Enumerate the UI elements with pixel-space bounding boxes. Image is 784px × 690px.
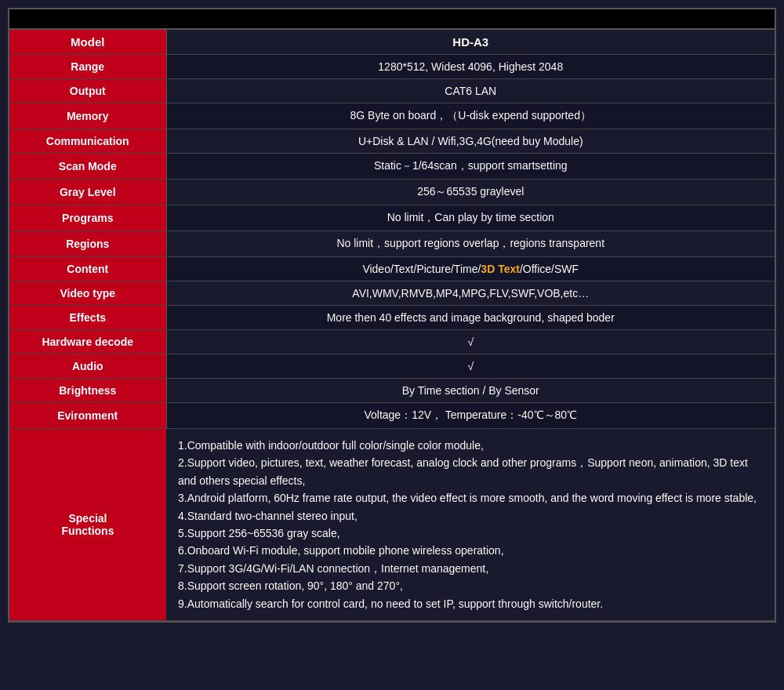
param-value: 1280*512, Widest 4096, Highest 2048 <box>166 55 775 79</box>
param-value: U+Disk & LAN / Wifi,3G,4G(need buy Modul… <box>166 129 775 154</box>
param-label: Brightness <box>9 379 166 403</box>
table-row: Audio√ <box>9 354 775 379</box>
table-row: EffectsMore then 40 effects and image ba… <box>9 306 775 330</box>
table-row: BrightnessBy Time section / By Sensor <box>9 379 775 403</box>
param-value: 8G Byte on board，（U-disk expend supporte… <box>166 104 775 129</box>
table-row: Scan ModeStatic－1/64scan，support smartse… <box>9 154 775 180</box>
param-value: √ <box>166 330 775 354</box>
special-functions-label: Special Functions <box>9 429 166 621</box>
table-row: Video typeAVI,WMV,RMVB,MP4,MPG,FLV,SWF,V… <box>9 281 775 306</box>
table-row: ContentVideo/Text/Picture/Time/3D Text/O… <box>9 257 775 281</box>
table-row: Range1280*512, Widest 4096, Highest 2048 <box>9 55 775 79</box>
param-label: Audio <box>9 354 166 379</box>
special-functions-value: 1.Compatible with indoor/outdoor full co… <box>166 429 775 621</box>
param-value: By Time section / By Sensor <box>166 379 775 403</box>
table-row: Memory8G Byte on board，（U-disk expend su… <box>9 104 775 129</box>
params-table: ModelHD-A3Range1280*512, Widest 4096, Hi… <box>9 30 775 621</box>
param-label: Hardware decode <box>9 330 166 354</box>
param-label: Scan Mode <box>9 154 166 180</box>
3d-text-highlight: 3D Text <box>481 263 520 275</box>
param-label: Content <box>9 257 166 281</box>
param-label: Evironment <box>9 403 166 429</box>
table-row: Gray Level256～65535 graylevel <box>9 180 775 205</box>
param-label: Output <box>9 79 166 104</box>
param-value: AVI,WMV,RMVB,MP4,MPG,FLV,SWF,VOB,etc… <box>166 281 775 306</box>
param-value: 256～65535 graylevel <box>166 180 775 205</box>
param-label: Model <box>9 30 166 55</box>
param-value: HD-A3 <box>166 30 775 55</box>
table-row: ModelHD-A3 <box>9 30 775 55</box>
param-label: Video type <box>9 281 166 306</box>
table-row: Hardware decode√ <box>9 330 775 354</box>
param-value: √ <box>166 354 775 379</box>
param-value: No limit，support regions overlap，regions… <box>166 231 775 257</box>
param-value: CAT6 LAN <box>166 79 775 104</box>
param-label: Regions <box>9 231 166 257</box>
special-functions-row: Special Functions1.Compatible with indoo… <box>9 429 775 621</box>
main-container: ModelHD-A3Range1280*512, Widest 4096, Hi… <box>8 8 776 623</box>
table-row: OutputCAT6 LAN <box>9 79 775 104</box>
table-row: EvironmentVoltage：12V， Temperature：-40℃～… <box>9 403 775 429</box>
param-value: More then 40 effects and image backgroun… <box>166 306 775 330</box>
param-label: Effects <box>9 306 166 330</box>
page-title <box>9 9 775 30</box>
param-value: Static－1/64scan，support smartsetting <box>166 154 775 180</box>
param-value: Video/Text/Picture/Time/3D Text/Office/S… <box>166 257 775 281</box>
param-value: No limit，Can play by time section <box>166 205 775 231</box>
table-row: CommunicationU+Disk & LAN / Wifi,3G,4G(n… <box>9 129 775 154</box>
param-label: Communication <box>9 129 166 154</box>
param-label: Gray Level <box>9 180 166 205</box>
table-row: ProgramsNo limit，Can play by time sectio… <box>9 205 775 231</box>
table-row: RegionsNo limit，support regions overlap，… <box>9 231 775 257</box>
param-label: Range <box>9 55 166 79</box>
param-label: Programs <box>9 205 166 231</box>
param-label: Memory <box>9 104 166 129</box>
param-value: Voltage：12V， Temperature：-40℃～80℃ <box>166 403 775 429</box>
